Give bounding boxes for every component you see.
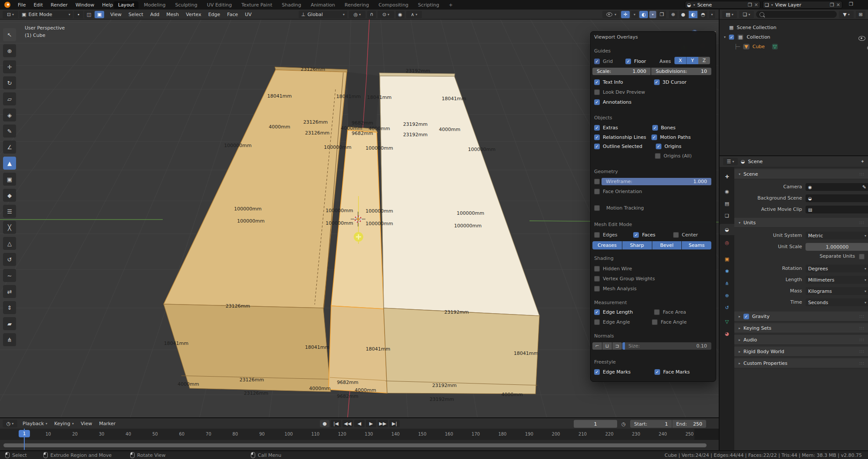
vertex-select-button[interactable]: ∙ xyxy=(74,11,83,18)
grid-subdivisions-field[interactable]: Subdivisions: 10 xyxy=(651,68,711,75)
timeline-body[interactable] xyxy=(0,440,719,450)
viewport-menu-uv[interactable]: UV xyxy=(241,12,255,17)
tool-transform[interactable]: ◈ xyxy=(3,108,16,121)
menu-file[interactable]: File xyxy=(14,2,30,8)
overlay-button-sharp[interactable]: Sharp xyxy=(622,241,652,249)
panel-rigid-body-world[interactable]: ▸Rigid Body World::: xyxy=(734,347,868,357)
tab-material[interactable]: ◕ xyxy=(720,328,734,339)
current-frame-field[interactable]: 1 xyxy=(574,420,617,428)
new-view-layer-icon[interactable]: ❐ xyxy=(830,2,834,8)
overlay-button-seams[interactable]: Seams xyxy=(682,241,711,249)
checkbox-wireframe[interactable] xyxy=(594,179,600,184)
current-frame-badge[interactable]: 1 xyxy=(19,430,30,437)
workspace-tab-animation[interactable]: Animation xyxy=(306,1,339,9)
gravity-checkbox[interactable] xyxy=(743,314,749,319)
panel-scene[interactable]: ▾Scene::: xyxy=(734,169,868,179)
grid-scale-field[interactable]: Scale: 1.000 xyxy=(592,68,651,75)
timeline-menu-playback[interactable]: Playback▾ xyxy=(19,421,51,426)
prev-keyframe-button[interactable]: ◀◀ xyxy=(342,420,353,427)
camera-field[interactable]: ◉✎ xyxy=(806,183,868,191)
checkbox-look-dev[interactable] xyxy=(594,89,600,95)
panel-custom-properties[interactable]: ▸Custom Properties::: xyxy=(734,358,868,368)
xray-toggle[interactable]: ❐ xyxy=(658,11,666,18)
separate-units-checkbox[interactable] xyxy=(859,254,865,259)
checkbox-bones[interactable] xyxy=(652,125,658,131)
tab-world[interactable]: ◎ xyxy=(720,237,734,248)
tool-shear[interactable]: ▰ xyxy=(3,317,16,330)
workspace-tab-shading[interactable]: Shading xyxy=(277,1,306,9)
checkbox-faces[interactable] xyxy=(633,232,639,238)
workspace-tab-sculpting[interactable]: Sculpting xyxy=(171,1,201,9)
normals-size-slider[interactable]: Size: 0.10 xyxy=(622,342,711,350)
workspace-tab-texture-paint[interactable]: Texture Paint xyxy=(237,1,276,9)
remove-view-layer-icon[interactable]: ✕ xyxy=(836,2,840,8)
unlink-scene-icon[interactable]: ✕ xyxy=(754,2,758,8)
falloff-dropdown[interactable]: ∧▾ xyxy=(406,11,422,18)
play-button[interactable]: ▶ xyxy=(366,420,376,427)
axis-x-button[interactable]: X xyxy=(674,57,686,64)
checkbox-origins-all[interactable] xyxy=(655,153,661,159)
checkbox-mesh-analysis[interactable] xyxy=(594,286,600,292)
checkbox-face-marks[interactable] xyxy=(654,369,660,375)
checkbox-extras[interactable] xyxy=(594,125,600,131)
checkbox-motion-tracking[interactable] xyxy=(594,205,600,211)
rotation-dropdown[interactable]: Degrees▾ xyxy=(806,265,868,272)
shading-dropdown[interactable]: ▾ xyxy=(709,11,715,18)
tool-spin[interactable]: ↺ xyxy=(3,253,16,266)
time-dropdown[interactable]: Seconds▾ xyxy=(806,298,868,306)
jump-to-end-button[interactable]: ▶| xyxy=(389,420,400,427)
snap-toggle[interactable]: ∪ xyxy=(367,11,376,18)
menu-window[interactable]: Window xyxy=(72,2,98,8)
workspace-tab-rendering[interactable]: Rendering xyxy=(340,1,373,9)
edge-select-button[interactable]: ◫ xyxy=(84,11,94,18)
proportional-editing-toggle[interactable]: ◉ xyxy=(396,11,404,18)
active-movie-clip-field[interactable]: ▤ xyxy=(806,206,868,213)
length-dropdown[interactable]: Millimeters▾ xyxy=(806,276,868,284)
checkbox-grid[interactable] xyxy=(594,59,600,64)
gizmos-toggle[interactable]: ✛ xyxy=(621,11,630,18)
pivot-point-dropdown[interactable]: ◎▾ xyxy=(349,11,365,18)
viewport-menu-edge[interactable]: Edge xyxy=(205,12,224,17)
checkbox-vertex-group-weights[interactable] xyxy=(594,276,600,282)
axis-z-button[interactable]: Z xyxy=(698,57,710,64)
panel-units[interactable]: ▾Units::: xyxy=(734,218,868,228)
panel-gravity[interactable]: ▸Gravity::: xyxy=(734,311,868,321)
view-layer-selector[interactable]: ❏▾ View Layer ❐ ✕ xyxy=(763,1,842,9)
workspace-tab-uv-editing[interactable]: UV Editing xyxy=(203,1,236,9)
checkbox-text-info[interactable] xyxy=(594,79,600,85)
disclosure-triangle-icon[interactable]: ▾ xyxy=(724,35,726,39)
tool-scale[interactable]: ▱ xyxy=(3,92,16,105)
timeline-menu-marker[interactable]: Marker xyxy=(95,421,119,426)
tool-extrude-region[interactable]: ▲ xyxy=(3,157,16,170)
normals-face-button[interactable]: ⊐ xyxy=(612,342,622,350)
tool-inset-faces[interactable]: ▣ xyxy=(3,173,16,186)
collection-checkbox[interactable] xyxy=(729,35,734,40)
tab-scene[interactable]: ◒ xyxy=(720,224,734,235)
timeline-menu-view[interactable]: View xyxy=(77,421,95,426)
tab-output[interactable]: ▤ xyxy=(720,198,734,209)
background-scene-field[interactable]: ◒ xyxy=(806,194,868,202)
tool-smooth[interactable]: ~ xyxy=(3,269,16,282)
workspace-tab-compositing[interactable]: Compositing xyxy=(374,1,413,9)
record-button[interactable]: ● xyxy=(320,420,329,427)
frame-start-field[interactable]: Start: 1 xyxy=(630,420,672,428)
timeline-editor-type-button[interactable]: ◷▾ xyxy=(3,420,17,427)
outliner-row-collection[interactable]: ▾ ▦ Collection xyxy=(724,34,770,40)
checkbox-center[interactable] xyxy=(673,232,679,238)
mode-dropdown[interactable]: ▣ Edit Mode ▾ xyxy=(19,11,73,18)
tool-rotate[interactable]: ↻ xyxy=(3,76,16,89)
stopwatch-icon[interactable]: ◷ xyxy=(621,421,626,427)
tool-cursor[interactable]: ⊕ xyxy=(3,44,16,57)
object-visibility-dropdown[interactable]: ▾ xyxy=(602,11,620,18)
gizmos-dropdown[interactable]: ▾ xyxy=(631,11,638,18)
tab-particles[interactable]: ⋔ xyxy=(720,278,734,289)
checkbox-hidden-wire[interactable] xyxy=(594,266,600,272)
checkbox-face-area[interactable] xyxy=(654,309,660,315)
checkbox-edge-marks[interactable] xyxy=(594,369,600,375)
checkbox-origins[interactable] xyxy=(656,144,661,149)
overlays-toggle[interactable]: ◐ xyxy=(639,11,648,18)
overlay-button-creases[interactable]: Creases xyxy=(592,241,622,249)
shading-material-button[interactable]: ◐ xyxy=(689,11,697,18)
outliner-editor-type-button[interactable]: ▤▾ xyxy=(722,11,737,18)
tab-object[interactable]: ▣ xyxy=(720,253,734,265)
